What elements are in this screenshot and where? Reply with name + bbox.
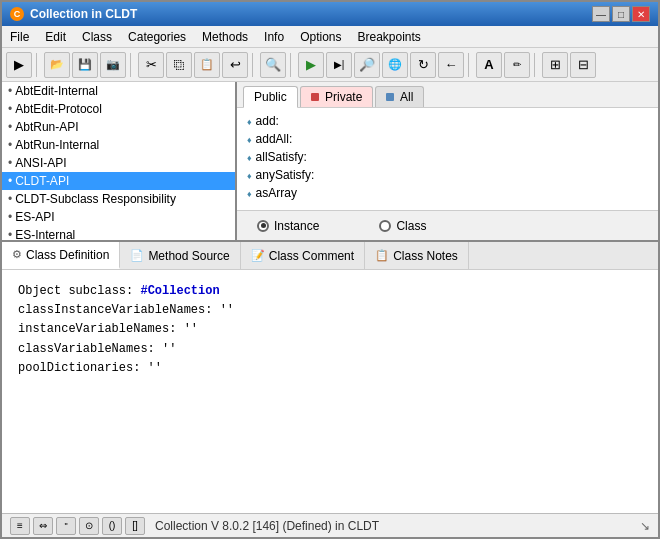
code-line-3: instanceVariableNames: '' xyxy=(18,320,642,339)
menu-categories[interactable]: Categories xyxy=(120,28,194,46)
method-item[interactable]: allSatisfy: xyxy=(243,148,652,166)
edit-button[interactable]: ✏ xyxy=(504,52,530,78)
list-item[interactable]: AbtRun-Internal xyxy=(2,136,235,154)
code-line-5: poolDictionaries: '' xyxy=(18,359,642,378)
main-content: AbtEdit-Internal AbtEdit-Protocol AbtRun… xyxy=(2,82,658,513)
list-item[interactable]: AbtEdit-Protocol xyxy=(2,100,235,118)
status-icon-quote[interactable]: " xyxy=(56,517,76,535)
tab-class-definition[interactable]: ⚙ Class Definition xyxy=(2,242,120,269)
radio-class-circle xyxy=(379,220,391,232)
code-collection-name: #Collection xyxy=(140,284,219,298)
back-button[interactable]: ← xyxy=(438,52,464,78)
title-buttons: — □ ✕ xyxy=(592,6,650,22)
radio-instance-label: Instance xyxy=(274,219,319,233)
font-button[interactable]: A xyxy=(476,52,502,78)
code-instance: instanceVariableNames: '' xyxy=(18,322,198,336)
list-item[interactable]: ES-API xyxy=(2,208,235,226)
menu-breakpoints[interactable]: Breakpoints xyxy=(349,28,428,46)
menu-bar: File Edit Class Categories Methods Info … xyxy=(2,26,658,48)
save-button[interactable]: 💾 xyxy=(72,52,98,78)
tab-method-source[interactable]: 📄 Method Source xyxy=(120,242,240,269)
grid2-button[interactable]: ⊟ xyxy=(570,52,596,78)
code-classinstance: classInstanceVariableNames: '' xyxy=(18,303,234,317)
method-item[interactable]: asArray xyxy=(243,184,652,202)
status-icon-paren1[interactable]: () xyxy=(102,517,122,535)
status-bar: ≡ ⇔ " ⊙ () [] Collection V 8.0.2 [146] (… xyxy=(2,513,658,537)
list-item[interactable]: AbtEdit-Internal xyxy=(2,82,235,100)
methods-list-area: add: addAll: allSatisfy: anySatisfy: asA… xyxy=(237,108,658,210)
camera-button[interactable]: 📷 xyxy=(100,52,126,78)
copy-button[interactable]: ⿻ xyxy=(166,52,192,78)
toolbar-separator-5 xyxy=(468,53,472,77)
menu-file[interactable]: File xyxy=(2,28,37,46)
status-icon-swap[interactable]: ⇔ xyxy=(33,517,53,535)
code-pool: poolDictionaries: '' xyxy=(18,361,162,375)
list-item[interactable]: AbtRun-API xyxy=(2,118,235,136)
close-button[interactable]: ✕ xyxy=(632,6,650,22)
method-source-icon: 📄 xyxy=(130,249,144,262)
minimize-button[interactable]: — xyxy=(592,6,610,22)
right-panel: Public Private All add: addAll: allSatis… xyxy=(237,82,658,240)
bottom-pane: ⚙ Class Definition 📄 Method Source 📝 Cla… xyxy=(2,242,658,513)
play-button[interactable]: ▶ xyxy=(6,52,32,78)
status-icons: ≡ ⇔ " ⊙ () [] xyxy=(10,517,145,535)
tab-public[interactable]: Public xyxy=(243,86,298,108)
menu-methods[interactable]: Methods xyxy=(194,28,256,46)
tab-class-notes[interactable]: 📋 Class Notes xyxy=(365,242,469,269)
find-button[interactable]: 🔍 xyxy=(260,52,286,78)
list-item[interactable]: CLDT-Subclass Responsibility xyxy=(2,190,235,208)
title-bar: C Collection in CLDT — □ ✕ xyxy=(2,2,658,26)
refresh-button[interactable]: ↻ xyxy=(410,52,436,78)
class-notes-icon: 📋 xyxy=(375,249,389,262)
main-window: C Collection in CLDT — □ ✕ File Edit Cla… xyxy=(0,0,660,539)
tab-all[interactable]: All xyxy=(375,86,424,107)
class-definition-label: Class Definition xyxy=(26,248,109,262)
step-over-button[interactable]: ▶| xyxy=(326,52,352,78)
code-line-1: Object subclass: #Collection xyxy=(18,282,642,301)
menu-edit[interactable]: Edit xyxy=(37,28,74,46)
status-text: Collection V 8.0.2 [146] (Defined) in CL… xyxy=(155,519,379,533)
method-item[interactable]: add: xyxy=(243,112,652,130)
method-source-label: Method Source xyxy=(148,249,229,263)
paste-button[interactable]: 📋 xyxy=(194,52,220,78)
methods-list: add: addAll: allSatisfy: anySatisfy: asA… xyxy=(243,112,652,202)
toolbar: ▶ 📂 💾 📷 ✂ ⿻ 📋 ↩ 🔍 ▶ ▶| 🔎 🌐 ↻ ← A ✏ ⊞ ⊟ xyxy=(2,48,658,82)
menu-options[interactable]: Options xyxy=(292,28,349,46)
class-definition-icon: ⚙ xyxy=(12,248,22,261)
list-item[interactable]: ES-Internal xyxy=(2,226,235,240)
menu-class[interactable]: Class xyxy=(74,28,120,46)
maximize-button[interactable]: □ xyxy=(612,6,630,22)
tab-private[interactable]: Private xyxy=(300,86,374,107)
tab-all-label: All xyxy=(400,90,413,104)
left-panel: AbtEdit-Internal AbtEdit-Protocol AbtRun… xyxy=(2,82,237,240)
list-item[interactable]: ANSI-API xyxy=(2,154,235,172)
radio-class[interactable]: Class xyxy=(379,219,426,233)
class-comment-label: Class Comment xyxy=(269,249,354,263)
tab-class-comment[interactable]: 📝 Class Comment xyxy=(241,242,365,269)
class-notes-label: Class Notes xyxy=(393,249,458,263)
cut-button[interactable]: ✂ xyxy=(138,52,164,78)
inspect-button[interactable]: 🔎 xyxy=(354,52,380,78)
undo-button[interactable]: ↩ xyxy=(222,52,248,78)
toolbar-separator-6 xyxy=(534,53,538,77)
grid-button[interactable]: ⊞ xyxy=(542,52,568,78)
status-icon-paren2[interactable]: [] xyxy=(125,517,145,535)
method-item[interactable]: anySatisfy: xyxy=(243,166,652,184)
code-line-2: classInstanceVariableNames: '' xyxy=(18,301,642,320)
code-editor[interactable]: Object subclass: #Collection classInstan… xyxy=(2,270,658,513)
browse-button[interactable]: 🌐 xyxy=(382,52,408,78)
method-item[interactable]: addAll: xyxy=(243,130,652,148)
status-resize: ↘ xyxy=(640,519,650,533)
list-item-selected[interactable]: CLDT-API xyxy=(2,172,235,190)
radio-instance[interactable]: Instance xyxy=(257,219,319,233)
open-button[interactable]: 📂 xyxy=(44,52,70,78)
radio-instance-circle xyxy=(257,220,269,232)
status-icon-list[interactable]: ≡ xyxy=(10,517,30,535)
run-button[interactable]: ▶ xyxy=(298,52,324,78)
menu-info[interactable]: Info xyxy=(256,28,292,46)
instance-class-bar: Instance Class xyxy=(237,210,658,240)
status-icon-circle[interactable]: ⊙ xyxy=(79,517,99,535)
toolbar-separator-3 xyxy=(252,53,256,77)
bottom-tabs: ⚙ Class Definition 📄 Method Source 📝 Cla… xyxy=(2,242,658,270)
code-line-4: classVariableNames: '' xyxy=(18,340,642,359)
